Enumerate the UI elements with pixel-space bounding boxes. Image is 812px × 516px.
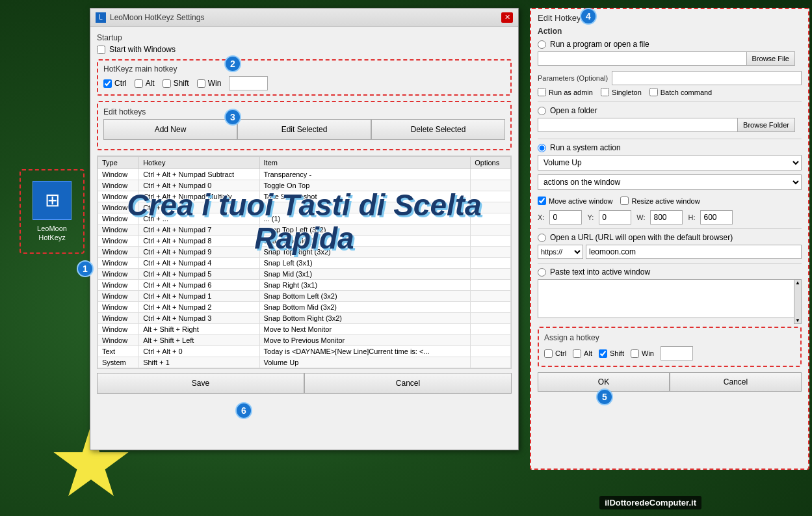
main-settings-window: L LeoMoon HotKeyz Settings ✕ Startup Sta… (90, 8, 519, 450)
open-url-radio[interactable] (538, 234, 546, 242)
table-row[interactable]: SystemShift + 1Volume Up (98, 357, 511, 368)
table-cell-type: Window (98, 169, 139, 180)
table-cell-type: System (98, 357, 139, 368)
h-input[interactable] (700, 210, 733, 224)
table-row[interactable]: WindowCtrl + Alt + Numpad 9Snap Top Righ… (98, 247, 511, 258)
folder-path-input[interactable] (538, 118, 743, 132)
table-row[interactable]: WindowCtrl + Alt + Numpad MultiplyTake S… (98, 191, 511, 202)
table-row[interactable]: WindowCtrl + Alt + Numpad 3Snap Bottom R… (98, 313, 511, 324)
alt-checkbox-label[interactable]: Alt (135, 79, 155, 88)
shift-checkbox[interactable] (163, 79, 171, 88)
table-row[interactable]: WindowCtrl + Alt + Numpad 5Snap Mid (3x1… (98, 269, 511, 280)
paste-text-radio[interactable] (538, 268, 546, 277)
table-row[interactable]: WindowCtrl + Alt + Numpad 1Snap Bottom L… (98, 291, 511, 302)
app-icon: ⊞ (33, 181, 72, 220)
separator-4 (538, 263, 802, 264)
run-program-label: Run a program or open a file (550, 40, 649, 49)
table-cell-type: Window (98, 335, 139, 346)
browse-file-button[interactable]: Browse File (746, 51, 795, 66)
table-cell-hotkey: Ctrl + Alt + Numpad Subtract (139, 169, 259, 180)
ctrl-checkbox-label[interactable]: Ctrl (103, 79, 127, 88)
table-row[interactable]: WindowCtrl + Alt + Numpad SubtractTransp… (98, 169, 511, 180)
actions-on-window-dropdown[interactable]: actions on the window (538, 174, 802, 190)
start-with-windows-checkbox[interactable] (97, 46, 105, 54)
assign-shift-checkbox[interactable] (599, 349, 607, 358)
singleton-checkbox[interactable] (601, 88, 609, 96)
main-key-input[interactable]: A (229, 76, 268, 90)
delete-selected-button[interactable]: Delete Selected (371, 119, 505, 140)
table-row[interactable]: WindowCtrl + ...... (98, 202, 511, 213)
table-row[interactable]: WindowCtrl + Alt + Numpad 0Toggle On Top (98, 180, 511, 191)
add-new-button[interactable]: Add New (103, 119, 237, 140)
shift-checkbox-label[interactable]: Shift (163, 79, 189, 88)
params-input[interactable] (612, 71, 802, 85)
table-row[interactable]: WindowCtrl + Alt + Numpad 7Snap Top Left… (98, 224, 511, 236)
col-type: Type (98, 157, 139, 169)
win-checkbox[interactable] (197, 79, 205, 88)
table-cell-item: Transparency - (259, 169, 471, 180)
run-as-admin-text: Run as admin (549, 88, 593, 96)
system-action-dropdown[interactable]: Volume Up (538, 155, 802, 170)
assign-alt-checkbox[interactable] (573, 349, 581, 358)
table-body: WindowCtrl + Alt + Numpad SubtractTransp… (98, 169, 511, 368)
scrollbar-down[interactable]: ▼ (794, 318, 801, 323)
table-row[interactable]: WindowCtrl + Alt + Numpad 6Snap Right (3… (98, 280, 511, 291)
open-folder-radio[interactable] (538, 107, 546, 115)
table-row[interactable]: WindowCtrl + Alt + Numpad 2Snap Bottom M… (98, 302, 511, 313)
url-protocol-select[interactable]: https:// (538, 245, 583, 259)
assign-shift-text: Shift (610, 349, 624, 357)
batch-command-label[interactable]: Batch command (649, 88, 712, 96)
table-row[interactable]: TextCtrl + Alt + 0Today is <DAYNAME>[New… (98, 346, 511, 357)
ctrl-checkbox[interactable] (103, 79, 112, 88)
run-as-admin-label[interactable]: Run as admin (538, 88, 593, 96)
file-path-input[interactable] (538, 51, 750, 66)
window-close-button[interactable]: ✕ (501, 12, 513, 23)
edit-selected-button[interactable]: Edit Selected (237, 119, 371, 140)
table-cell-options (471, 313, 511, 324)
assign-ctrl-label[interactable]: Ctrl (544, 349, 566, 358)
app-icon-label: LeoMoon HotKeyz (37, 224, 67, 243)
win-checkbox-label[interactable]: Win (197, 79, 222, 88)
w-input[interactable] (650, 210, 683, 224)
assign-win-checkbox[interactable] (631, 349, 639, 358)
table-row[interactable]: WindowAlt + Shift + RightMove to Next Mo… (98, 324, 511, 335)
cancel-button[interactable]: Cancel (304, 373, 512, 394)
singleton-label[interactable]: Singleton (601, 88, 642, 96)
table-cell-item: Move to Next Monitor (259, 324, 471, 335)
separator-1 (538, 102, 802, 102)
table-row[interactable]: WindowAlt + Shift + LeftMove to Previous… (98, 335, 511, 346)
resize-active-text: Resize active window (631, 197, 700, 205)
h-label: H: (688, 213, 695, 221)
table-row[interactable]: WindowCtrl + Alt + Numpad 4Snap Left (3x… (98, 258, 511, 269)
singleton-text: Singleton (612, 88, 642, 96)
paste-textarea-row: ▲ ▼ (538, 279, 802, 324)
save-button[interactable]: Save (97, 373, 304, 394)
batch-command-checkbox[interactable] (649, 88, 658, 96)
run-as-admin-checkbox[interactable] (538, 88, 546, 96)
assign-ctrl-checkbox[interactable] (544, 349, 553, 358)
table-cell-item: Volume Up (259, 357, 471, 368)
url-input[interactable] (586, 245, 802, 259)
table-row[interactable]: WindowCtrl + ...... (1) (98, 213, 511, 224)
move-active-label[interactable]: Move active window (538, 197, 612, 205)
resize-active-checkbox[interactable] (620, 197, 629, 205)
table-cell-hotkey: Ctrl + Alt + Numpad 7 (139, 224, 259, 236)
browse-folder-button[interactable]: Browse Folder (737, 118, 795, 132)
assign-shift-label[interactable]: Shift (599, 349, 624, 358)
assign-win-label[interactable]: Win (631, 349, 654, 358)
paste-text-area[interactable] (538, 279, 802, 318)
assign-key-input[interactable]: 1 (661, 346, 693, 360)
run-system-radio[interactable] (538, 144, 546, 152)
resize-active-label[interactable]: Resize active window (620, 197, 700, 205)
y-input[interactable] (599, 210, 631, 224)
right-cancel-button[interactable]: Cancel (670, 372, 802, 392)
move-active-checkbox[interactable] (538, 197, 546, 205)
alt-checkbox[interactable] (135, 79, 143, 88)
table-row[interactable]: WindowCtrl + Alt + Numpad 8Snap Top Mid … (98, 236, 511, 247)
x-input[interactable] (549, 210, 582, 224)
assign-alt-label[interactable]: Alt (573, 349, 592, 358)
run-program-radio[interactable] (538, 40, 546, 49)
table-cell-options (471, 247, 511, 258)
badge-3: 3 (224, 109, 241, 126)
scrollbar-up[interactable]: ▲ (794, 280, 801, 286)
